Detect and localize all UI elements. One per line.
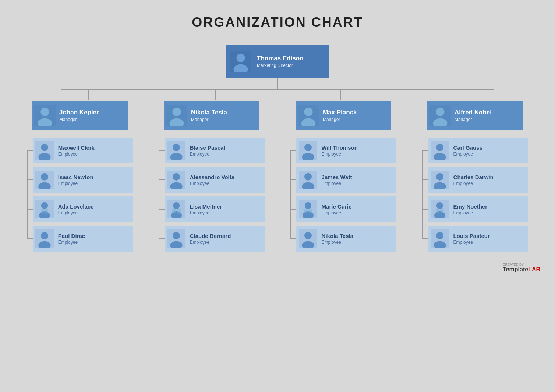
watermark: CREATED BY TemplateLAB (503, 263, 540, 273)
emp-row-2-0: Will Thomson Employee (290, 138, 397, 163)
manager-card-3: Alfred Nobel Manager (427, 101, 523, 130)
svg-point-41 (304, 144, 312, 151)
emp-role-3-0: Employee (453, 152, 482, 157)
emp-container-1: Blaise Pascal Employee (159, 138, 265, 252)
manager-text-3: Alfred Nobel Manager (453, 109, 492, 122)
emp-container-2: Will Thomson Employee (290, 138, 397, 252)
emp-role-3-2: Employee (453, 210, 488, 215)
emp-row-0-0: Maxwell Clerk Employee (27, 138, 133, 163)
emp-avatar-2-2 (296, 196, 320, 222)
emp-role-0-0: Employee (58, 152, 95, 157)
manager-card-1: Nikola Tesla Manager (164, 101, 259, 130)
manager-col-0: Johan Kepler Manager (21, 101, 139, 252)
emp-name-1-0: Blaise Pascal (190, 145, 225, 151)
top-level: Thomas Edison Marketing Director (226, 45, 329, 78)
emp-row-2-1: James Watt Employee (290, 167, 397, 193)
emp-card-3-0: Carl Gauss Employee (428, 138, 529, 163)
svg-point-50 (308, 209, 312, 213)
emp-card-3-3: Louis Pasteur Employee (428, 226, 529, 252)
emp-name-3-0: Carl Gauss (453, 145, 482, 151)
emp-row-1-0: Blaise Pascal Employee (159, 138, 265, 163)
svg-point-10 (41, 173, 48, 181)
emp-avatar-1-2 (165, 196, 188, 222)
emp-row-1-2: Lisa Meitner Employee (159, 196, 265, 222)
emp-role-3-1: Employee (453, 181, 494, 186)
org-chart: Thomas Edison Marketing Director (7, 45, 548, 252)
emp-row-3-1: Charles Darwin Employee (422, 167, 529, 193)
svg-point-69 (436, 232, 443, 239)
managers-row: Johan Kepler Manager (21, 101, 534, 252)
emp-avatar-3-2 (428, 196, 452, 222)
emp-h-line-2-0 (290, 150, 296, 151)
emp-text-1-3: Claude Bernard Employee (188, 233, 231, 245)
manager-text-2: Max Planck Manager (321, 109, 357, 122)
emp-h-line-3-2 (422, 209, 428, 210)
emp-h-line-0-0 (27, 150, 33, 151)
emp-h-line-3-1 (422, 179, 428, 180)
manager-col-3: Alfred Nobel Manager (416, 101, 534, 252)
emp-list-0: Maxwell Clerk Employee (27, 138, 133, 252)
manager-avatar-1 (164, 103, 190, 128)
v-drop-4 (466, 89, 466, 100)
emp-name-0-1: Isaac Newton (58, 174, 93, 180)
manager-role-3: Manager (455, 117, 492, 122)
svg-point-55 (436, 108, 444, 116)
emp-name-2-1: James Watt (322, 174, 352, 180)
svg-point-52 (304, 232, 312, 239)
emp-name-1-1: Alessandro Volta (190, 174, 234, 180)
emp-card-0-0: Maxwell Clerk Employee (33, 138, 133, 163)
emp-card-2-1: James Watt Employee (296, 167, 397, 193)
emp-name-0-0: Maxwell Clerk (58, 145, 95, 151)
emp-card-3-1: Charles Darwin Employee (428, 167, 529, 193)
emp-row-0-3: Paul Dirac Employee (27, 226, 133, 252)
manager-text-1: Nikola Tesla Manager (190, 109, 227, 122)
emp-name-3-1: Charles Darwin (453, 174, 494, 180)
svg-point-16 (45, 209, 48, 213)
svg-point-4 (40, 108, 49, 116)
emp-h-line-0-1 (27, 179, 33, 180)
emp-row-2-3: Nikola Tesla Employee (290, 226, 397, 252)
emp-text-1-2: Lisa Meitner Employee (188, 203, 222, 215)
emp-row-0-2: Ada Lovelace Employee (27, 196, 133, 222)
emp-role-3-3: Employee (453, 240, 490, 245)
emp-h-line-1-3 (159, 238, 165, 239)
emp-name-2-3: Nikola Tesla (322, 233, 353, 239)
emp-name-2-0: Will Thomson (322, 145, 358, 151)
emp-row-3-2: Emy Noether Employee (422, 196, 529, 222)
svg-point-61 (436, 173, 443, 181)
emp-role-0-1: Employee (58, 181, 93, 186)
emp-v-line-2 (290, 150, 291, 239)
emp-avatar-2-1 (296, 167, 320, 193)
emp-card-0-1: Isaac Newton Employee (33, 167, 133, 193)
emp-h-line-2-1 (290, 179, 296, 180)
top-node-card: Thomas Edison Marketing Director (226, 45, 329, 78)
svg-point-27 (173, 173, 180, 181)
svg-point-18 (41, 232, 48, 239)
emp-text-1-0: Blaise Pascal Employee (188, 145, 225, 157)
svg-point-64 (436, 202, 443, 209)
emp-avatar-2-3 (296, 226, 320, 252)
emp-h-line-3-0 (422, 150, 428, 151)
emp-h-line-2-2 (290, 209, 296, 210)
emp-text-3-0: Carl Gauss Employee (452, 145, 482, 157)
emp-h-line-1-2 (159, 209, 165, 210)
emp-text-3-3: Louis Pasteur Employee (452, 233, 490, 245)
svg-point-32 (172, 208, 176, 214)
emp-card-0-2: Ada Lovelace Employee (33, 196, 133, 222)
emp-role-0-2: Employee (58, 210, 94, 215)
emp-role-2-1: Employee (322, 181, 352, 186)
svg-point-30 (173, 202, 180, 209)
emp-avatar-2-0 (296, 138, 320, 163)
svg-point-21 (172, 108, 181, 116)
manager-role-1: Manager (191, 117, 227, 122)
emp-avatar-0-3 (33, 226, 57, 252)
page-title: ORGANIZATION CHART (192, 15, 363, 30)
v-drop-2 (215, 89, 216, 100)
emp-h-line-3-3 (422, 238, 428, 239)
emp-list-1: Blaise Pascal Employee (159, 138, 265, 252)
emp-avatar-3-0 (428, 138, 452, 163)
emp-text-0-3: Paul Dirac Employee (57, 233, 85, 245)
emp-card-2-3: Nikola Tesla Employee (296, 226, 397, 252)
emp-row-3-0: Carl Gauss Employee (422, 138, 529, 163)
emp-card-0-3: Paul Dirac Employee (33, 226, 133, 252)
